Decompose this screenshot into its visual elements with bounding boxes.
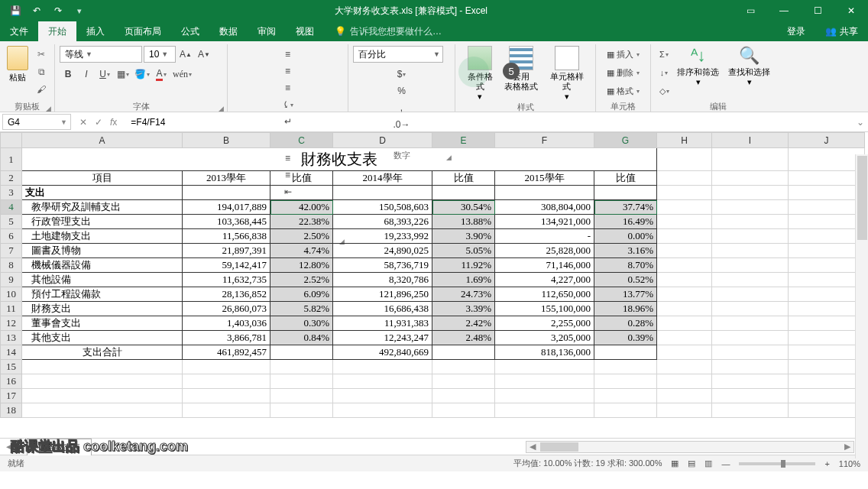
row-label[interactable]: 財務支出	[22, 302, 183, 316]
zoom-in-button[interactable]: +	[824, 459, 829, 468]
data-cell[interactable]: 11.92%	[432, 258, 495, 273]
empty-cell[interactable]	[333, 389, 432, 403]
orientation-button[interactable]: ⤹▾	[232, 96, 343, 113]
tab-file[interactable]: 文件	[0, 21, 38, 41]
tellme[interactable]: 💡告诉我您想要做什么…	[324, 21, 442, 41]
paste-label[interactable]: 粘贴	[9, 72, 26, 83]
empty-cell[interactable]	[657, 360, 712, 374]
font-name[interactable]: 等线▼	[60, 46, 142, 63]
col-header-B[interactable]: B	[183, 133, 270, 148]
data-cell[interactable]: 0.52%	[594, 273, 657, 287]
name-box[interactable]: G4▼	[2, 114, 71, 130]
formula-input[interactable]: =F4/F14	[123, 117, 853, 128]
empty-cell[interactable]	[22, 360, 183, 374]
row-label[interactable]: 其他支出	[22, 331, 183, 345]
empty-cell[interactable]	[270, 374, 333, 389]
data-cell[interactable]: 6.09%	[270, 287, 333, 302]
data-cell[interactable]: 30.54%	[432, 200, 495, 215]
row-label[interactable]: 行政管理支出	[22, 215, 183, 229]
data-cell[interactable]: 4.74%	[270, 244, 333, 258]
data-cell[interactable]: 13.77%	[594, 287, 657, 302]
maximize-button[interactable]: ☐	[801, 0, 834, 21]
comma-button[interactable]: ,	[353, 99, 450, 116]
expand-formula-bar[interactable]: ⌄	[853, 117, 868, 128]
data-cell[interactable]: 5.05%	[432, 244, 495, 258]
find-select-button[interactable]: 🔍 查找和选择▾	[724, 44, 775, 101]
empty-cell[interactable]	[789, 374, 865, 389]
data-cell[interactable]: 68,393,226	[333, 215, 432, 229]
row-label[interactable]: 董事會支出	[22, 316, 183, 331]
empty-cell[interactable]	[333, 374, 432, 389]
fill-button[interactable]: ↓▾	[656, 64, 672, 81]
header-cell[interactable]: 比值	[432, 171, 495, 186]
data-cell[interactable]: 26,860,073	[183, 302, 270, 316]
data-cell[interactable]: 0.39%	[594, 331, 657, 345]
empty-cell[interactable]	[594, 389, 657, 403]
view-normal-button[interactable]: ▦	[671, 458, 679, 468]
data-cell[interactable]: 18.96%	[594, 302, 657, 316]
bold-button[interactable]: B	[60, 66, 76, 83]
row-header-18[interactable]: 18	[1, 403, 22, 418]
italic-button[interactable]: I	[78, 66, 95, 83]
empty-cell[interactable]	[432, 374, 495, 389]
data-cell[interactable]: 8,320,786	[333, 273, 432, 287]
total-cell[interactable]	[270, 345, 333, 360]
zoom-out-button[interactable]: —	[721, 459, 730, 468]
sort-filter-button[interactable]: ᴬ↓ 排序和筛选▾	[672, 44, 724, 101]
empty-cell[interactable]	[789, 403, 865, 418]
data-cell[interactable]: 25,828,000	[495, 244, 594, 258]
empty-cell[interactable]	[495, 374, 594, 389]
zoom-level[interactable]: 110%	[839, 459, 860, 468]
empty-cell[interactable]	[22, 403, 183, 418]
data-cell[interactable]: 3.39%	[432, 302, 495, 316]
col-header-D[interactable]: D	[333, 133, 432, 148]
data-cell[interactable]: 58,736,719	[333, 258, 432, 273]
font-launcher[interactable]: ◢	[216, 105, 225, 112]
data-cell[interactable]: 0.00%	[594, 229, 657, 244]
format-cells-button[interactable]: ▦ 格式 ▾	[601, 83, 646, 99]
data-cell[interactable]: 112,650,000	[495, 287, 594, 302]
empty-cell[interactable]	[657, 403, 712, 418]
data-cell[interactable]: 8.70%	[594, 258, 657, 273]
empty-cell[interactable]	[495, 403, 594, 418]
data-cell[interactable]: 37.74%	[594, 200, 657, 215]
data-cell[interactable]: 13.88%	[432, 215, 495, 229]
spreadsheet-grid[interactable]: ABCDEFGHIJ1財務收支表2項目2013學年比值2014學年比值2015學…	[0, 132, 865, 418]
col-header-C[interactable]: C	[270, 133, 333, 148]
empty-cell[interactable]	[183, 360, 270, 374]
qat-more[interactable]: ▾	[70, 3, 89, 18]
data-cell[interactable]: 3.90%	[432, 229, 495, 244]
empty-cell[interactable]	[270, 360, 333, 374]
empty-cell[interactable]	[183, 374, 270, 389]
data-cell[interactable]: 103,368,445	[183, 215, 270, 229]
increase-font-button[interactable]: A▲	[177, 46, 194, 63]
row-header-2[interactable]: 2	[1, 171, 22, 186]
row-header-11[interactable]: 11	[1, 302, 22, 316]
data-cell[interactable]: -	[495, 229, 594, 244]
data-cell[interactable]: 11,566,838	[183, 229, 270, 244]
decrease-font-button[interactable]: A▼	[196, 46, 212, 63]
data-cell[interactable]: 28,136,852	[183, 287, 270, 302]
header-cell[interactable]: 2015學年	[495, 171, 594, 186]
row-label[interactable]: 預付工程設備款	[22, 287, 183, 302]
fx-button[interactable]: fx	[110, 117, 117, 128]
empty-cell[interactable]	[22, 374, 183, 389]
tab-review[interactable]: 审阅	[248, 21, 286, 41]
data-cell[interactable]: 150,508,603	[333, 200, 432, 215]
data-cell[interactable]: 11,632,735	[183, 273, 270, 287]
empty-cell[interactable]	[712, 403, 789, 418]
ribbon-options-button[interactable]: ▭	[734, 0, 767, 21]
data-cell[interactable]: 2,255,000	[495, 316, 594, 331]
row-header-4[interactable]: 4	[1, 200, 22, 215]
row-header-12[interactable]: 12	[1, 316, 22, 331]
phonetic-button[interactable]: wén▾	[171, 66, 193, 83]
data-cell[interactable]: 1.69%	[432, 273, 495, 287]
data-cell[interactable]: 3,205,000	[495, 331, 594, 345]
empty-cell[interactable]	[594, 360, 657, 374]
data-cell[interactable]: 11,931,383	[333, 316, 432, 331]
data-cell[interactable]: 1,403,036	[183, 316, 270, 331]
section-cell[interactable]: 支出	[22, 186, 183, 200]
data-cell[interactable]: 16,686,438	[333, 302, 432, 316]
data-cell[interactable]: 0.28%	[594, 316, 657, 331]
empty-cell[interactable]	[657, 389, 712, 403]
